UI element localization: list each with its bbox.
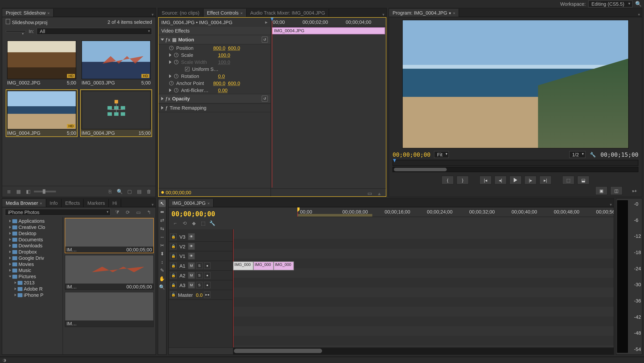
lock-toggle[interactable]: 🔒 [170,233,176,240]
folder-row[interactable]: Documents [3,237,62,243]
media-item[interactable]: IM… [65,292,154,327]
audio-track-header[interactable]: 🔒A1MS● [169,261,232,271]
solo-toggle[interactable]: S [196,272,202,279]
bin-thumbnail[interactable]: HD [7,40,76,79]
timeline-clip[interactable]: IMG_000 [254,261,274,270]
marker-icon[interactable]: ◆ [190,220,198,227]
video-track-header[interactable]: 🔒V1👁 [169,251,232,261]
stopwatch-icon[interactable] [174,88,178,92]
folder-row[interactable]: Applications [3,218,62,224]
mark-in-button[interactable]: { [442,176,454,185]
panel-menu-icon[interactable] [152,202,156,207]
directory-up-icon[interactable]: ↰ [145,209,153,216]
stopwatch-icon[interactable] [169,81,174,85]
timeline-clip[interactable]: IMG_000 [233,261,254,270]
twirl-icon[interactable] [9,220,11,222]
linked-selection-icon[interactable]: ⟲ [180,220,188,227]
tab-source[interactable]: Source: (no clips) [158,9,204,17]
record-toggle[interactable]: ● [204,272,210,279]
folder-row[interactable]: Movies [3,261,62,267]
mark-out-button[interactable]: } [456,176,469,185]
panel-menu-icon[interactable] [152,11,156,17]
project-filter-dropdown[interactable]: All [37,28,152,35]
audio-meter-bars[interactable] [617,200,628,353]
prop-uniform-scale[interactable]: ✓ Uniform S… [159,65,270,72]
play-button[interactable] [509,176,522,185]
mute-toggle[interactable]: M [188,272,195,279]
zoom-timeline-icon[interactable]: ▭ [366,190,374,197]
new-item-icon[interactable]: ▤ [135,188,143,195]
twirl-icon[interactable] [161,97,163,100]
program-playhead[interactable] [393,159,396,162]
bin-thumbnail[interactable]: HD [7,91,76,129]
prop-rotation[interactable]: Rotation 0.0 [159,72,270,80]
effect-clip-bar[interactable]: IMG_0004.JPG [272,27,385,34]
chevron-down-icon[interactable]: ▾ [449,11,451,15]
folder-row[interactable]: Desktop [3,230,62,237]
close-icon[interactable] [40,201,42,206]
export-frame-button[interactable]: ▣ [595,186,608,195]
lock-toggle[interactable]: 🔒 [170,243,176,250]
stopwatch-icon[interactable] [174,53,178,57]
twirl-icon[interactable] [9,269,11,272]
master-volume[interactable]: 0.0 [196,292,202,298]
panel-menu-icon[interactable] [382,11,386,17]
folder-row[interactable]: Google Driv [3,255,62,261]
stopwatch-icon[interactable] [174,74,178,78]
program-tc-left[interactable]: 00;00;00;00 [392,151,430,158]
program-ruler[interactable] [392,160,638,166]
lift-button[interactable]: ⬚ [562,176,574,185]
trash-icon[interactable]: 🗑 [145,188,153,195]
lock-toggle[interactable]: 🔒 [170,272,176,279]
step-forward-button[interactable]: |▸ [524,176,537,185]
go-to-in-button[interactable]: |◂ [479,176,492,185]
new-bin-icon[interactable]: ▢ [126,188,134,195]
tab-info[interactable]: Info [46,199,62,207]
effect-ruler[interactable]: 00;00 00;00;02;00 00;00;04;00 [271,17,386,26]
bin-thumbnail[interactable]: HD [82,40,150,79]
media-item[interactable]: IM…00;00;05;00 [65,255,154,290]
freeform-view-icon[interactable]: ◧ [24,188,32,195]
twirl-icon[interactable] [9,251,11,253]
comparison-button[interactable]: ◫ [610,186,622,195]
tab-audio-mixer[interactable]: Audio Track Mixer: IMG_0004.JPG [247,9,329,17]
rolling-edit-tool[interactable]: ⇆ [159,225,166,232]
thumbnail-size-slider[interactable] [34,191,56,192]
twirl-icon[interactable] [9,276,12,278]
ripple-edit-tool[interactable]: ⇄ [159,217,166,224]
twirl-icon[interactable] [9,244,11,247]
pin-icon[interactable]: ⟁ [375,190,383,197]
folder-row[interactable]: 2013 [3,280,62,286]
timeline-playhead[interactable] [297,207,298,217]
twirl-icon[interactable] [161,38,164,41]
folder-row[interactable]: iPhone P [3,292,62,298]
video-track-header[interactable]: 🔒V2👁 [169,242,232,251]
mute-toggle[interactable]: M [188,282,195,288]
settings-icon[interactable]: ⬚ [199,220,207,227]
list-view-icon[interactable]: ≣ [5,188,13,195]
project-bin-item[interactable]: IMG_0004.JPG15;00 [80,89,152,137]
twirl-icon[interactable] [9,226,11,229]
effect-timecode[interactable]: 00;00;00;00 [166,190,191,195]
prop-antiflicker[interactable]: Anti-flicker… 0.00 [159,87,270,94]
twirl-icon[interactable] [169,53,172,57]
lock-toggle[interactable]: 🔒 [170,263,176,269]
chevron-right-icon[interactable]: ▸ [265,19,268,25]
tab-effect-controls[interactable]: Effect Controls [204,9,247,17]
timeline-ruler[interactable]: 00;0000;00;08;0000;00;16;0000;00;24;0000… [297,207,614,217]
prop-position[interactable]: Position 800.0 600.0 [159,44,270,51]
new-folder-icon[interactable]: ▭ [134,209,142,216]
lock-toggle[interactable]: 🔒 [170,253,176,259]
folder-row[interactable]: Downloads [3,243,62,249]
panel-menu-icon[interactable] [638,11,642,17]
stopwatch-icon[interactable] [169,46,174,50]
folder-row[interactable]: Music [3,267,62,274]
prop-scale[interactable]: Scale 100.0 [159,51,270,58]
button-editor-icon[interactable]: »+ [630,186,638,195]
twirl-icon[interactable] [169,74,172,78]
record-toggle[interactable]: ● [204,263,210,269]
effect-time-remapping[interactable]: ƒ Time Remapping [159,103,270,112]
eye-toggle[interactable]: 👁 [188,243,195,250]
timeline-zoom-scrollbar[interactable] [233,348,614,354]
go-to-out-button[interactable]: ▸| [539,176,552,185]
